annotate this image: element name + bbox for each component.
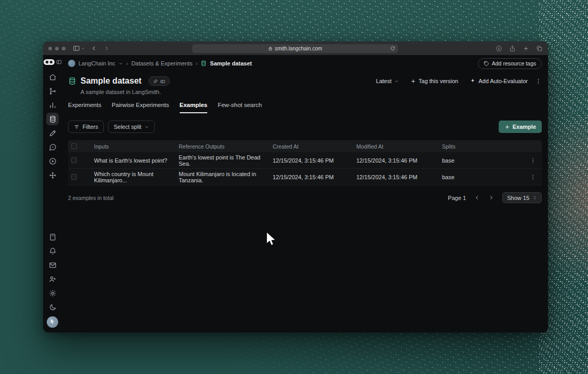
moon-icon	[49, 303, 57, 311]
tab-few-shot-search[interactable]: Few-shot search	[218, 102, 262, 113]
share-icon[interactable]	[509, 45, 516, 52]
sidebar-item-deployments[interactable]	[46, 169, 59, 181]
sidebar-rail	[43, 55, 62, 332]
cell-splits: base	[442, 157, 524, 164]
main-content: LangChain Inc › Datasets & Experiments ›…	[62, 55, 548, 332]
examples-table: Inputs Reference Outputs Created At Modi…	[68, 140, 542, 185]
tag-version-button[interactable]: Tag this version	[406, 76, 462, 86]
panel-toggle-icon[interactable]	[73, 45, 85, 52]
sidebar-item-home[interactable]	[46, 71, 59, 83]
chevron-right-icon	[488, 195, 494, 201]
tab-experiments[interactable]: Experiments	[68, 102, 101, 113]
col-inputs[interactable]: Inputs	[94, 143, 179, 150]
new-tab-icon[interactable]	[523, 45, 529, 52]
chat-icon	[49, 143, 57, 151]
url-text: smith.langchain.com	[275, 46, 322, 51]
sidebar-item-feedback[interactable]	[46, 141, 59, 153]
version-select-button[interactable]: Latest	[372, 76, 403, 86]
lock-icon	[268, 46, 273, 51]
chevron-down-icon	[394, 79, 399, 84]
col-reference-outputs[interactable]: Reference Outputs	[179, 143, 273, 150]
mail-icon	[49, 261, 57, 269]
browser-window: smith.langchain.com	[43, 42, 548, 332]
browser-chrome-bar: smith.langchain.com	[43, 42, 548, 55]
row-kebab-menu[interactable]	[524, 174, 542, 180]
sidebar-item-annotation[interactable]	[46, 127, 59, 139]
forward-icon[interactable]	[103, 45, 110, 51]
move-arrows-icon	[49, 171, 57, 179]
col-modified-at[interactable]: Modified At	[356, 143, 442, 150]
row-checkbox[interactable]	[71, 174, 77, 180]
kebab-icon	[535, 78, 542, 85]
page-size-select[interactable]: Show 15	[502, 192, 542, 203]
breadcrumb-separator: ›	[196, 60, 198, 66]
dataset-icon	[68, 77, 76, 85]
dataset-actions: Latest Tag this version Add Auto-Evaluat…	[372, 76, 542, 86]
row-kebab-menu[interactable]	[524, 157, 542, 164]
breadcrumb-section[interactable]: Datasets & Experiments	[131, 60, 193, 66]
cell-modified-at: 12/15/2024, 3:15:46 PM	[356, 174, 442, 180]
cell-created-at: 12/15/2024, 3:15:46 PM	[273, 174, 356, 180]
select-split-dropdown[interactable]: Select split	[108, 121, 155, 133]
address-bar[interactable]: smith.langchain.com	[192, 44, 398, 53]
gear-icon	[49, 289, 57, 297]
sidebar-item-notifications[interactable]	[46, 245, 59, 257]
org-avatar[interactable]	[68, 60, 75, 67]
cell-modified-at: 12/15/2024, 3:15:46 PM	[356, 157, 442, 164]
table-row[interactable]: What is Earth's lowest point? Earth's lo…	[68, 152, 542, 169]
sidebar-item-datasets[interactable]	[46, 113, 59, 125]
chevron-down-icon[interactable]	[118, 61, 123, 66]
window-controls[interactable]	[48, 47, 65, 50]
sidebar-collapse-icon[interactable]	[56, 59, 62, 65]
tabs-icon[interactable]	[536, 45, 543, 52]
cell-reference-outputs: Mount Kilimanjaro is located in Tanzania…	[179, 171, 273, 183]
next-page-button[interactable]	[488, 195, 494, 201]
add-example-button[interactable]: Example	[499, 121, 542, 133]
sidebar-item-docs[interactable]	[46, 231, 59, 243]
bell-icon	[49, 247, 57, 255]
sidebar-item-monitoring[interactable]	[46, 99, 59, 111]
langsmith-app: LangChain Inc › Datasets & Experiments ›…	[43, 55, 548, 332]
examples-total: 2 examples in total	[68, 195, 114, 201]
col-created-at[interactable]: Created At	[273, 143, 356, 150]
chevron-left-icon	[474, 195, 480, 201]
link-icon	[153, 79, 158, 84]
download-icon[interactable]	[496, 45, 502, 52]
filter-icon	[74, 124, 79, 130]
select-all-checkbox[interactable]	[71, 143, 77, 149]
sidebar-item-mail[interactable]	[46, 259, 59, 271]
chevron-down-icon	[144, 125, 149, 129]
table-header-row: Inputs Reference Outputs Created At Modi…	[68, 140, 542, 152]
cell-inputs: Which country is Mount Kilimanjaro...	[94, 171, 179, 183]
dataset-icon	[201, 60, 207, 66]
breadcrumb-org[interactable]: LangChain Inc	[78, 60, 115, 66]
sidebar-item-settings[interactable]	[46, 287, 59, 299]
dataset-title-row: Sample dataset ID Latest Tag this	[68, 75, 542, 87]
user-plus-icon	[49, 275, 57, 283]
sparkle-icon	[470, 78, 476, 84]
sidebar-item-invite[interactable]	[46, 273, 59, 285]
dataset-kebab-menu[interactable]	[535, 78, 542, 85]
sidebar-item-playground[interactable]	[46, 155, 59, 167]
user-avatar[interactable]	[47, 316, 58, 328]
filters-button[interactable]: Filters	[68, 121, 104, 133]
prev-page-button[interactable]	[474, 195, 480, 201]
table-row[interactable]: Which country is Mount Kilimanjaro... Mo…	[68, 169, 542, 185]
row-checkbox[interactable]	[71, 157, 77, 163]
plus-icon	[504, 124, 510, 130]
tag-icon	[484, 61, 489, 66]
add-resource-tags-button[interactable]: Add resource tags	[478, 58, 542, 69]
tab-pairwise-experiments[interactable]: Pairwise Experiments	[112, 102, 169, 113]
reload-icon[interactable]	[390, 46, 395, 51]
browser-toolbar-icons	[496, 45, 543, 52]
cell-inputs: What is Earth's lowest point?	[94, 157, 179, 164]
sidebar-item-dark-mode[interactable]	[46, 301, 59, 313]
dataset-id-badge[interactable]: ID	[149, 76, 170, 86]
back-icon[interactable]	[91, 45, 97, 51]
kebab-icon	[530, 174, 536, 180]
bar-chart-icon	[49, 101, 57, 109]
tab-examples[interactable]: Examples	[180, 102, 208, 113]
sidebar-item-tracing[interactable]	[46, 85, 59, 97]
add-auto-evaluator-button[interactable]: Add Auto-Evaluator	[465, 76, 532, 86]
col-splits[interactable]: Splits	[442, 143, 524, 150]
